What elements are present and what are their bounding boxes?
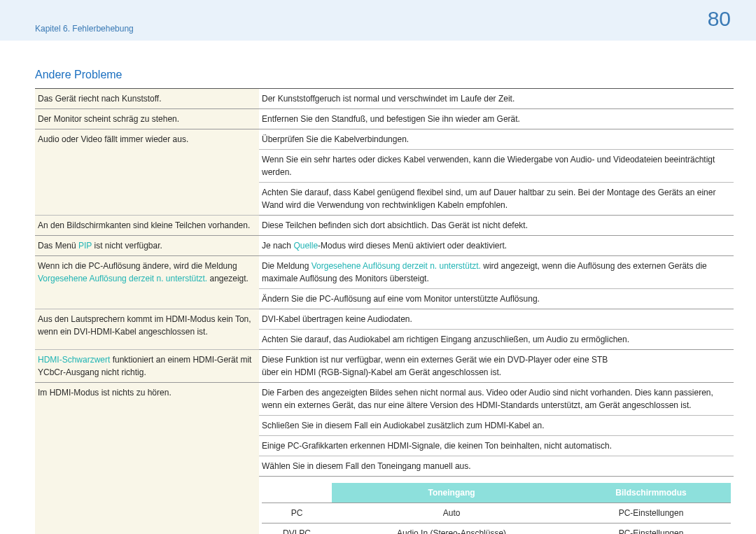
table-row-problem: Das Menü PIP ist nicht verfügbar. [35,236,259,256]
page-number: 80 [708,7,731,31]
table-row-problem: HDMI-Schwarzwert funktioniert an einem H… [35,350,259,383]
table-row-problem: Wenn ich die PC-Auflösung ändere, wird d… [35,256,259,309]
table-row-solution: Achten Sie darauf, das Audiokabel am ric… [259,330,734,350]
inner-table-header: Bildschirmmodus [571,483,731,503]
table-row-solution: Der Kunststoffgeruch ist normal und vers… [259,89,734,109]
table-row-solution: Die Meldung Vorgesehene Auflösung derzei… [259,256,734,289]
inner-table-cell: Audio In (Stereo-Anschlüsse) [332,524,571,535]
inner-table-header [262,483,332,503]
page-content: Andere Probleme Das Gerät riecht nach Ku… [0,41,756,534]
table-row-solution: Einige PC-Grafikkarten erkennen HDMI-Sig… [259,436,734,456]
table-row-problem: Audio oder Video fällt immer wieder aus. [35,129,259,216]
table-row-solution: Die Farben des angezeigten Bildes sehen … [259,383,734,416]
table-row-problem: Aus den Lautsprechern kommt im HDMI-Modu… [35,309,259,350]
chapter-label: Kapitel 6. Fehlerbehebung [35,24,134,34]
table-row-problem: Im HDMI-Modus ist nichts zu hören. [35,383,259,535]
audio-settings-table: ToneingangBildschirmmodusPCAutoPC-Einste… [262,483,731,534]
inner-table-cell: PC-Einstellungen [571,503,731,524]
inner-table-cell: Auto [332,503,571,524]
table-row-solution: Achten Sie darauf, dass Kabel genügend f… [259,183,734,216]
table-row-solution: DVI-Kabel übertragen keine Audiodaten. [259,309,734,330]
table-row-solution: Schließen Sie in diesem Fall ein Audioka… [259,416,734,436]
table-row-solution: Ändern Sie die PC-Auflösung auf eine vom… [259,289,734,309]
table-row-solution: Je nach Quelle-Modus wird dieses Menü ak… [259,236,734,256]
table-row-solution: Diese Funktion ist nur verfügbar, wenn e… [259,350,734,383]
table-row-problem: Das Gerät riecht nach Kunststoff. [35,89,259,109]
inner-table-cell: PC [262,503,332,524]
table-row-solution: Diese Teilchen befinden sich dort absich… [259,216,734,236]
table-row-problem: An den Bildschirmkanten sind kleine Teil… [35,216,259,236]
inner-table-cell: DVI PC [262,524,332,535]
inner-table-cell: PC-Einstellungen [571,524,731,535]
inner-table-header: Toneingang [332,483,571,503]
table-row-solution: ToneingangBildschirmmodusPCAutoPC-Einste… [259,477,734,535]
header-bar: Kapitel 6. Fehlerbehebung 80 [0,0,756,41]
table-row-solution: Entfernen Sie den Standfuß, und befestig… [259,109,734,129]
table-row-solution: Überprüfen Sie die Kabelverbindungen. [259,129,734,150]
table-row-solution: Wenn Sie ein sehr hartes oder dickes Kab… [259,150,734,183]
section-title: Andere Probleme [35,69,734,81]
table-row-solution: Wählen Sie in diesem Fall den Toneingang… [259,456,734,477]
table-row-problem: Der Monitor scheint schräg zu stehen. [35,109,259,129]
troubleshooting-table: Das Gerät riecht nach Kunststoff.Der Kun… [35,88,734,534]
